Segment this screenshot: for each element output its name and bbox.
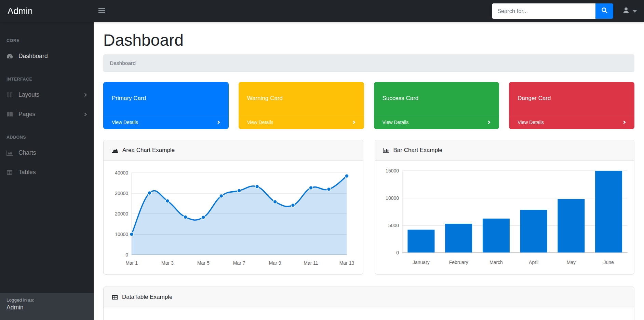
datatable-card: DataTable Example bbox=[103, 287, 634, 320]
datatable-body bbox=[104, 307, 634, 320]
card-title: Warning Card bbox=[239, 82, 364, 115]
sidebar-item-label: Dashboard bbox=[18, 53, 48, 60]
bar-chart-title: Bar Chart Example bbox=[393, 147, 443, 154]
chart-area-icon bbox=[112, 148, 118, 153]
sidebar-item-label: Charts bbox=[18, 149, 36, 156]
chevron-right-icon bbox=[84, 93, 87, 97]
hamburger-icon bbox=[98, 8, 105, 14]
chart-area-icon bbox=[6, 150, 15, 156]
table-icon bbox=[112, 294, 118, 300]
area-chart-card-header: Area Chart Example bbox=[104, 140, 363, 161]
chevron-right-icon bbox=[352, 120, 355, 124]
caret-down-icon bbox=[633, 10, 637, 13]
sidebar-footer: Logged in as: Admin bbox=[0, 293, 94, 320]
svg-text:April: April bbox=[529, 260, 538, 265]
breadcrumb-item: Dashboard bbox=[110, 60, 136, 66]
svg-text:Mar 9: Mar 9 bbox=[269, 260, 281, 266]
svg-text:10000: 10000 bbox=[115, 232, 128, 237]
svg-text:Mar 11: Mar 11 bbox=[304, 260, 318, 266]
sidebar-heading-core: CORE bbox=[0, 28, 94, 46]
svg-text:Mar 3: Mar 3 bbox=[161, 260, 174, 266]
success-card: Success Card View Details bbox=[374, 82, 499, 129]
sidebar-heading-interface: INTERFACE bbox=[0, 66, 94, 85]
logged-in-user: Admin bbox=[6, 304, 87, 311]
warning-card: Warning Card View Details bbox=[239, 82, 364, 129]
svg-text:Mar 13: Mar 13 bbox=[339, 260, 354, 266]
chart-bar-icon bbox=[383, 148, 389, 153]
area-chart-title: Area Chart Example bbox=[122, 147, 175, 154]
sidebar-item-label: Pages bbox=[18, 111, 36, 118]
table-icon bbox=[6, 170, 15, 175]
area-chart-card: Area Chart Example 010000200003000040000… bbox=[103, 140, 363, 275]
sidebar-item-dashboard[interactable]: Dashboard bbox=[0, 46, 94, 66]
area-chart-body: 010000200003000040000Mar 1Mar 3Mar 5Mar … bbox=[104, 161, 363, 274]
sidebar-heading-addons: ADDONS bbox=[0, 124, 94, 143]
logged-in-as-label: Logged in as: bbox=[6, 297, 87, 303]
svg-text:June: June bbox=[603, 260, 614, 265]
tachometer-icon bbox=[6, 53, 15, 59]
card-title: Danger Card bbox=[509, 82, 634, 115]
svg-text:Mar 7: Mar 7 bbox=[233, 260, 245, 266]
sidebar-item-layouts[interactable]: Layouts bbox=[0, 85, 94, 105]
bar-chart-body: 050001000015000JanuaryFebruaryMarchApril… bbox=[375, 161, 634, 274]
chevron-right-icon bbox=[217, 120, 220, 124]
svg-text:January: January bbox=[413, 260, 430, 265]
sidebar-item-charts[interactable]: Charts bbox=[0, 143, 94, 163]
sidebar-item-label: Layouts bbox=[18, 91, 39, 98]
columns-icon bbox=[6, 92, 15, 98]
datatable-card-header: DataTable Example bbox=[104, 287, 634, 307]
svg-text:March: March bbox=[489, 260, 502, 265]
svg-text:30000: 30000 bbox=[115, 191, 128, 196]
primary-card: Primary Card View Details bbox=[103, 82, 229, 129]
svg-text:0: 0 bbox=[396, 250, 399, 255]
search-input[interactable] bbox=[492, 3, 595, 19]
search-icon bbox=[601, 7, 608, 15]
card-title: Primary Card bbox=[103, 82, 229, 115]
svg-text:40000: 40000 bbox=[115, 170, 128, 176]
view-details-link[interactable]: View Details bbox=[103, 115, 229, 129]
svg-text:0: 0 bbox=[125, 252, 128, 258]
danger-card: Danger Card View Details bbox=[509, 82, 634, 129]
sidebar-item-pages[interactable]: Pages bbox=[0, 105, 94, 124]
bar-chart: 050001000015000JanuaryFebruaryMarchApril… bbox=[375, 161, 634, 274]
sidebar: CORE Dashboard INTERFACE Layouts bbox=[0, 22, 94, 320]
card-title: Success Card bbox=[374, 82, 499, 115]
charts-row: Area Chart Example 010000200003000040000… bbox=[103, 140, 634, 275]
svg-text:20000: 20000 bbox=[115, 211, 128, 217]
svg-text:Mar 5: Mar 5 bbox=[197, 260, 210, 266]
svg-text:May: May bbox=[566, 260, 575, 265]
user-icon bbox=[622, 6, 630, 16]
area-chart: 010000200003000040000Mar 1Mar 3Mar 5Mar … bbox=[104, 161, 363, 274]
sidebar-item-tables[interactable]: Tables bbox=[0, 163, 94, 182]
chevron-right-icon bbox=[623, 120, 626, 124]
view-details-link[interactable]: View Details bbox=[509, 115, 634, 129]
svg-text:5000: 5000 bbox=[388, 223, 399, 228]
chevron-right-icon bbox=[487, 120, 491, 124]
main-content: Dashboard Dashboard Primary Card View De… bbox=[94, 22, 644, 320]
bar-chart-card: Bar Chart Example 050001000015000January… bbox=[375, 140, 635, 275]
sidebar-item-label: Tables bbox=[18, 169, 36, 176]
search-form bbox=[492, 3, 613, 19]
svg-text:10000: 10000 bbox=[386, 195, 399, 201]
svg-text:15000: 15000 bbox=[386, 168, 399, 173]
bar-chart-card-header: Bar Chart Example bbox=[375, 140, 634, 161]
app-brand[interactable]: Admin bbox=[0, 6, 94, 16]
stat-cards-row: Primary Card View Details Warning Card V… bbox=[103, 82, 634, 129]
top-navbar: Admin bbox=[0, 0, 644, 22]
sidebar-toggle-button[interactable] bbox=[98, 8, 105, 14]
svg-text:February: February bbox=[449, 260, 468, 265]
search-button[interactable] bbox=[595, 3, 613, 19]
view-details-link[interactable]: View Details bbox=[374, 115, 499, 129]
datatable-title: DataTable Example bbox=[122, 294, 172, 301]
svg-text:Mar 1: Mar 1 bbox=[125, 260, 138, 266]
breadcrumb: Dashboard bbox=[103, 54, 634, 72]
chevron-right-icon bbox=[84, 112, 87, 116]
view-details-link[interactable]: View Details bbox=[239, 115, 364, 129]
book-open-icon bbox=[6, 112, 15, 117]
user-dropdown[interactable] bbox=[622, 6, 637, 16]
page-title: Dashboard bbox=[103, 31, 634, 50]
